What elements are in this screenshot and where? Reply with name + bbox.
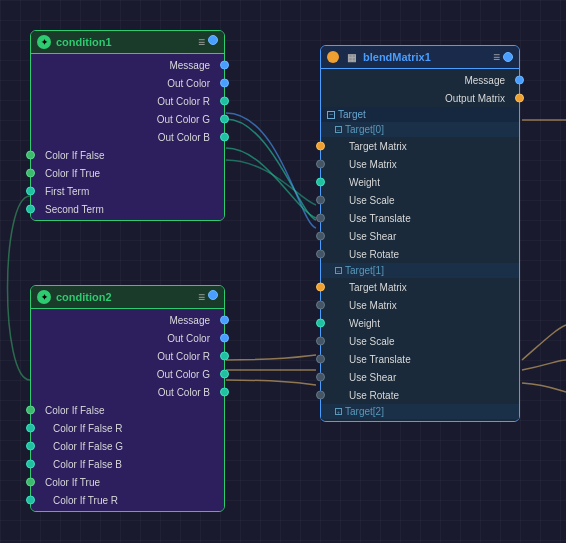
blendmatrix1-userotate1-port	[316, 391, 325, 400]
condition2-outcolorr-row: Out Color R	[31, 347, 224, 365]
blendmatrix1-target1-section: − Target[1]	[321, 263, 519, 278]
blendmatrix1-target-section: − Target	[321, 107, 519, 122]
condition2-coloriffalseb-row: Color If False B	[31, 455, 224, 473]
blendmatrix1-weight1-port	[316, 319, 325, 328]
blendmatrix1-usetranslate1-port	[316, 355, 325, 364]
condition2-coloriffalse-port	[26, 406, 35, 415]
blendmatrix1-useshear1-port	[316, 373, 325, 382]
condition2-coloriftrue-row: Color If True	[31, 473, 224, 491]
blendmatrix1-targetmatrix0-port	[316, 142, 325, 151]
condition2-coloriffalseg-port	[26, 442, 35, 451]
blendmatrix1-usescale0-row: Use Scale	[321, 191, 519, 209]
target0-collapse-icon[interactable]: −	[335, 126, 342, 133]
blendmatrix1-usematrix1-row: Use Matrix	[321, 296, 519, 314]
blendmatrix1-outputmatrix-row: Output Matrix	[321, 89, 519, 107]
condition1-menu-icon[interactable]: ≡	[198, 35, 205, 49]
condition1-header: ✦ condition1 ≡	[31, 31, 224, 54]
blendmatrix1-body: Message Output Matrix − Target − Target[…	[321, 69, 519, 421]
blendmatrix1-useshear0-port	[316, 232, 325, 241]
blendmatrix1-usematrix0-port	[316, 160, 325, 169]
condition2-outcolor-port	[220, 334, 229, 343]
condition1-icon: ✦	[37, 35, 51, 49]
blendmatrix1-outputmatrix-port	[515, 94, 524, 103]
blendmatrix1-menu-icon[interactable]: ≡	[493, 50, 500, 64]
blendmatrix1-targetmatrix1-row: Target Matrix	[321, 278, 519, 296]
target1-collapse-icon[interactable]: −	[335, 267, 342, 274]
condition2-node: ✦ condition2 ≡ Message Out Color Out Col…	[30, 285, 225, 512]
blendmatrix1-message-port	[515, 76, 524, 85]
blendmatrix1-usematrix1-port	[316, 301, 325, 310]
condition1-secondterm-row: Second Term	[31, 200, 224, 218]
condition1-message-port	[220, 61, 229, 70]
blendmatrix1-usescale1-row: Use Scale	[321, 332, 519, 350]
blendmatrix1-orange-port	[327, 51, 339, 63]
target-collapse-icon[interactable]: −	[327, 111, 335, 119]
condition2-coloriftruer-port	[26, 496, 35, 505]
condition2-coloriffalse-row: Color If False	[31, 401, 224, 419]
blendmatrix1-weight1-row: Weight	[321, 314, 519, 332]
condition2-coloriffalser-port	[26, 424, 35, 433]
condition1-outcolor-row: Out Color	[31, 74, 224, 92]
condition1-coloriffalse-row: Color If False	[31, 146, 224, 164]
condition1-header-icons: ≡	[198, 35, 218, 49]
condition2-coloriffalseb-port	[26, 460, 35, 469]
condition1-outcolorr-row: Out Color R	[31, 92, 224, 110]
condition2-output-port	[208, 290, 218, 300]
condition1-title: condition1	[56, 36, 112, 48]
condition1-outcolorb-port	[220, 133, 229, 142]
blendmatrix1-usetranslate0-port	[316, 214, 325, 223]
condition2-coloriftruer-row: Color If True R	[31, 491, 224, 509]
condition1-body: Message Out Color Out Color R Out Color …	[31, 54, 224, 220]
condition1-output-port	[208, 35, 218, 45]
condition2-title: condition2	[56, 291, 112, 303]
target2-collapse-icon[interactable]: +	[335, 408, 342, 415]
blendmatrix1-usescale0-port	[316, 196, 325, 205]
condition2-outcolorb-row: Out Color B	[31, 383, 224, 401]
condition1-outcolorg-port	[220, 115, 229, 124]
condition1-outcolorb-row: Out Color B	[31, 128, 224, 146]
condition2-outcolor-row: Out Color	[31, 329, 224, 347]
condition1-outcolorr-port	[220, 97, 229, 106]
condition1-firstterm-row: First Term	[31, 182, 224, 200]
condition1-secondterm-port	[26, 205, 35, 214]
blendmatrix1-userotate0-port	[316, 250, 325, 259]
blendmatrix1-header: ▦ blendMatrix1 ≡	[321, 46, 519, 69]
condition2-header: ✦ condition2 ≡	[31, 286, 224, 309]
condition2-coloriftrue-port	[26, 478, 35, 487]
condition1-node: ✦ condition1 ≡ Message Out Color Out Col…	[30, 30, 225, 221]
condition1-coloriftrue-row: Color If True	[31, 164, 224, 182]
condition2-outcolorb-port	[220, 388, 229, 397]
condition2-outcolorr-port	[220, 352, 229, 361]
condition2-outcolorg-row: Out Color G	[31, 365, 224, 383]
condition2-header-icons: ≡	[198, 290, 218, 304]
condition2-icon: ✦	[37, 290, 51, 304]
blendmatrix1-title: blendMatrix1	[363, 51, 431, 63]
blendmatrix1-header-icons: ≡	[493, 50, 513, 64]
condition2-coloriffalser-row: Color If False R	[31, 419, 224, 437]
blendmatrix1-userotate1-row: Use Rotate	[321, 386, 519, 404]
blendmatrix1-node: ▦ blendMatrix1 ≡ Message Output Matrix −…	[320, 45, 520, 422]
blendmatrix1-usetranslate1-row: Use Translate	[321, 350, 519, 368]
blendmatrix1-target2-section: + Target[2]	[321, 404, 519, 419]
condition2-message-port	[220, 316, 229, 325]
condition2-menu-icon[interactable]: ≡	[198, 290, 205, 304]
condition1-outcolor-port	[220, 79, 229, 88]
blendmatrix1-usescale1-port	[316, 337, 325, 346]
blendmatrix1-targetmatrix1-port	[316, 283, 325, 292]
blendmatrix1-output-port	[503, 52, 513, 62]
blendmatrix1-useshear1-row: Use Shear	[321, 368, 519, 386]
blendmatrix1-userotate0-row: Use Rotate	[321, 245, 519, 263]
condition1-message-row: Message	[31, 56, 224, 74]
blendmatrix1-message-row: Message	[321, 71, 519, 89]
blendmatrix1-target0-section: − Target[0]	[321, 122, 519, 137]
blendmatrix1-usematrix0-row: Use Matrix	[321, 155, 519, 173]
condition2-outcolorg-port	[220, 370, 229, 379]
blendmatrix1-targetmatrix0-row: Target Matrix	[321, 137, 519, 155]
blendmatrix1-weight0-row: Weight	[321, 173, 519, 191]
condition1-coloriftrue-port	[26, 169, 35, 178]
blendmatrix1-weight0-port	[316, 178, 325, 187]
condition1-outcolorg-row: Out Color G	[31, 110, 224, 128]
blendmatrix1-usetranslate0-row: Use Translate	[321, 209, 519, 227]
blendmatrix1-icon: ▦	[344, 50, 358, 64]
condition1-firstterm-port	[26, 187, 35, 196]
